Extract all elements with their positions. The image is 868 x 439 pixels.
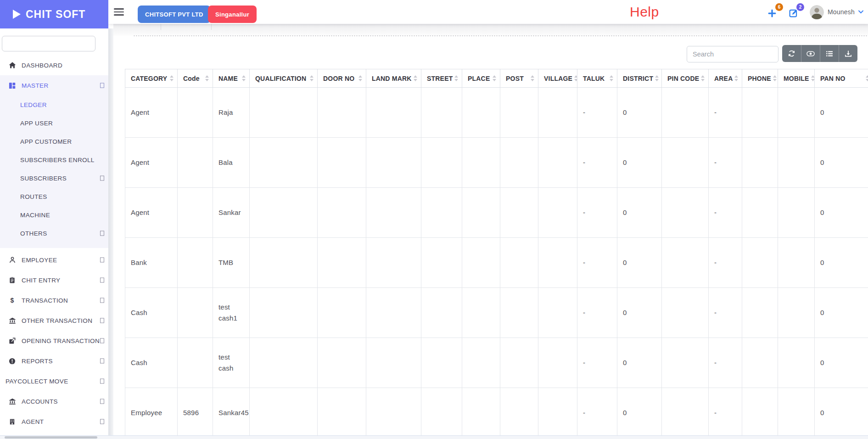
toggle-view-button[interactable] bbox=[801, 45, 820, 62]
add-badge: 6 bbox=[775, 3, 783, 11]
column-header-code[interactable]: Code bbox=[178, 69, 213, 88]
table-cell: Sankar bbox=[213, 188, 250, 238]
dashed-divider bbox=[133, 35, 868, 36]
table-cell bbox=[538, 88, 577, 138]
sidebar-item-other-transaction[interactable]: OTHER TRANSACTION bbox=[0, 310, 108, 331]
column-header-post[interactable]: POST bbox=[500, 69, 538, 88]
column-header-taluk[interactable]: TALUK bbox=[577, 69, 617, 88]
sort-arrows-icon bbox=[493, 75, 496, 81]
table-search-input[interactable] bbox=[687, 46, 778, 62]
column-header-mobile[interactable]: MOBILE bbox=[778, 69, 815, 88]
table-row: Employee5896Sankar45-0-0 bbox=[125, 388, 868, 436]
table-cell: 0 bbox=[617, 338, 662, 388]
refresh-button[interactable] bbox=[782, 45, 801, 62]
sidebar-item-paycollect-move[interactable]: PAYCOLLECT MOVE bbox=[0, 371, 108, 391]
sort-arrows-icon bbox=[454, 75, 458, 81]
table-cell bbox=[250, 288, 318, 338]
table-cell bbox=[421, 238, 462, 288]
horizontal-scrollbar-thumb[interactable] bbox=[5, 436, 97, 439]
column-header-name[interactable]: NAME bbox=[213, 69, 250, 88]
alert-circle-icon bbox=[8, 358, 16, 365]
table-cell bbox=[662, 88, 709, 138]
sort-arrows-icon bbox=[866, 75, 868, 81]
table-cell bbox=[462, 88, 500, 138]
sidebar-item-subscribers-enroll[interactable]: SUBSCRIBERS ENROLL bbox=[0, 151, 108, 169]
column-header-village[interactable]: VILLAGE bbox=[538, 69, 577, 88]
column-label: POST bbox=[506, 75, 524, 82]
column-header-street[interactable]: STREET bbox=[421, 69, 462, 88]
column-header-phone[interactable]: PHONE bbox=[742, 69, 778, 88]
company-button[interactable]: CHITSOFT PVT LTD bbox=[138, 6, 211, 23]
sidebar-search-input[interactable] bbox=[2, 36, 95, 51]
sidebar-item-reports[interactable]: REPORTS bbox=[0, 351, 108, 371]
edit-notification-icon[interactable]: 2 bbox=[789, 5, 801, 19]
sidebar-item-master[interactable]: MASTER bbox=[0, 75, 108, 96]
column-header-qualification[interactable]: QUALIFICATION bbox=[250, 69, 318, 88]
sidebar-item-app-user[interactable]: APP USER bbox=[0, 114, 108, 132]
download-button[interactable] bbox=[839, 45, 857, 62]
sidebar-item-others[interactable]: OTHERS bbox=[0, 224, 108, 242]
dollar-icon: $ bbox=[8, 297, 16, 304]
table-cell: Bala bbox=[213, 138, 250, 188]
table-cell bbox=[500, 188, 538, 238]
sidebar-item-ledger[interactable]: LEDGER bbox=[0, 96, 108, 114]
column-header-category[interactable]: CATEGORY bbox=[125, 69, 178, 88]
sidebar: CHIT SOFT DASHBOARD MASTER LEDGER APP US… bbox=[0, 0, 108, 435]
column-header-door-no[interactable]: DOOR NO bbox=[318, 69, 366, 88]
sidebar-item-machine[interactable]: MACHINE bbox=[0, 206, 108, 224]
table-cell bbox=[318, 188, 366, 238]
column-label: Code bbox=[183, 75, 200, 82]
sidebar-item-dashboard[interactable]: DASHBOARD bbox=[0, 55, 108, 75]
table-cell: Agent bbox=[125, 88, 178, 138]
table-cell: - bbox=[577, 138, 617, 188]
expand-glyph-box bbox=[100, 338, 104, 343]
sidebar-item-employee[interactable]: EMPLOYEE bbox=[0, 250, 108, 270]
column-header-land-mark[interactable]: LAND MARK bbox=[366, 69, 421, 88]
horizontal-scrollbar[interactable] bbox=[0, 435, 868, 439]
expand-glyph-box bbox=[100, 231, 104, 236]
expand-glyph-box bbox=[100, 83, 104, 88]
table-cell bbox=[178, 288, 213, 338]
table-cell bbox=[662, 238, 709, 288]
table-cell bbox=[462, 338, 500, 388]
column-header-pin-code[interactable]: PIN CODE bbox=[662, 69, 709, 88]
table-cell bbox=[366, 88, 421, 138]
add-notification-icon[interactable]: 6 bbox=[767, 5, 779, 19]
menu-toggle-icon[interactable] bbox=[114, 7, 125, 17]
data-table-container: CATEGORYCodeNAMEQUALIFICATIONDOOR NOLAND… bbox=[125, 69, 868, 435]
user-menu[interactable]: Mounesh bbox=[810, 5, 863, 19]
column-header-pan-no[interactable]: PAN NO bbox=[815, 69, 868, 88]
sidebar-item-agent[interactable]: AGENT bbox=[0, 411, 108, 432]
table-cell bbox=[318, 138, 366, 188]
table-cell: 0 bbox=[815, 188, 868, 238]
user-name: Mounesh bbox=[828, 8, 855, 16]
table-cell: 5896 bbox=[178, 388, 213, 436]
sidebar-item-opening-transaction[interactable]: OPENING TRANSACTION bbox=[0, 331, 108, 351]
table-header-row: CATEGORYCodeNAMEQUALIFICATIONDOOR NOLAND… bbox=[125, 69, 868, 88]
sidebar-item-chit-entry[interactable]: CHIT ENTRY bbox=[0, 270, 108, 290]
table-cell bbox=[538, 288, 577, 338]
table-cell: 0 bbox=[815, 138, 868, 188]
table-cell bbox=[778, 88, 815, 138]
column-header-district[interactable]: DISTRICT bbox=[617, 69, 662, 88]
table-cell: 0 bbox=[815, 288, 868, 338]
sidebar-item-routes[interactable]: ROUTES bbox=[0, 187, 108, 206]
sidebar-item-subscribers[interactable]: SUBSCRIBERS bbox=[0, 169, 108, 187]
sort-arrows-icon bbox=[610, 75, 613, 81]
table-cell: - bbox=[709, 88, 742, 138]
columns-button[interactable] bbox=[820, 45, 839, 62]
app-logo[interactable]: CHIT SOFT bbox=[0, 0, 108, 28]
sidebar-item-transaction[interactable]: $ TRANSACTION bbox=[0, 290, 108, 310]
sidebar-item-app-customer[interactable]: APP CUSTOMER bbox=[0, 132, 108, 151]
column-header-area[interactable]: AREA bbox=[709, 69, 742, 88]
table-cell: Agent bbox=[125, 188, 178, 238]
column-header-place[interactable]: PLACE bbox=[462, 69, 500, 88]
help-link[interactable]: Help bbox=[630, 4, 659, 20]
column-label: PAN NO bbox=[820, 75, 846, 82]
branch-button[interactable]: Singanallur bbox=[208, 6, 257, 23]
table-cell bbox=[662, 138, 709, 188]
sidebar-item-accounts[interactable]: ACCOUNTS bbox=[0, 391, 108, 411]
sidebar-scrollbar[interactable] bbox=[108, 28, 113, 435]
table-cell: Employee bbox=[125, 388, 178, 436]
table-cell bbox=[778, 238, 815, 288]
